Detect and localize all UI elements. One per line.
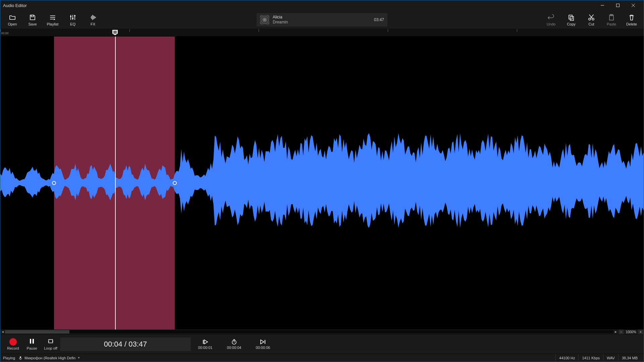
save-icon xyxy=(29,13,36,21)
playback-state: Playing xyxy=(3,356,15,360)
record-icon xyxy=(9,338,17,346)
audio-format: WAV xyxy=(603,354,618,362)
copy-label: Copy xyxy=(567,22,576,26)
file-size: 38,34 MB xyxy=(618,354,641,362)
mic-name: Микрофон (Realtek High Defin xyxy=(24,356,75,360)
stopwatch-icon xyxy=(231,339,237,345)
ruler-start-label: 00:00 xyxy=(1,32,9,35)
album-art-icon xyxy=(260,15,269,24)
eq-button[interactable]: EQ xyxy=(63,11,83,28)
loop-label: Loop off xyxy=(44,346,57,350)
play-end-icon xyxy=(260,339,266,345)
svg-point-14 xyxy=(74,15,75,16)
playhead-line[interactable] xyxy=(115,37,116,329)
main-toolbar: OpenSavePlaylistEQFX Alicia Dreamin 03:4… xyxy=(0,10,644,29)
selection-handle-end[interactable] xyxy=(173,181,177,185)
close-button[interactable] xyxy=(626,0,641,10)
zoom-out-button[interactable]: − xyxy=(619,329,624,334)
cut-icon xyxy=(588,13,595,21)
zoom-level: 1000% xyxy=(624,330,638,334)
save-label: Save xyxy=(28,22,37,26)
scroll-right-button[interactable]: ► xyxy=(613,329,618,334)
svg-rect-29 xyxy=(30,339,31,344)
title-bar: Audio Editor xyxy=(0,0,644,10)
now-playing-artist: Alicia xyxy=(273,15,371,19)
scrollbar-track[interactable] xyxy=(5,330,613,334)
svg-rect-22 xyxy=(570,16,574,20)
svg-marker-8 xyxy=(54,18,55,20)
sample-rate: 44100 Hz xyxy=(555,354,578,362)
svg-rect-4 xyxy=(31,15,34,17)
save-button[interactable]: Save xyxy=(22,11,43,28)
svg-rect-21 xyxy=(569,15,572,19)
close-icon xyxy=(632,4,635,7)
paste-button[interactable]: Paste xyxy=(601,11,622,28)
waveform-editor[interactable] xyxy=(0,37,644,329)
undo-label: Undo xyxy=(547,22,555,26)
open-button[interactable]: Open xyxy=(2,11,22,28)
fx-button[interactable]: FX xyxy=(83,11,103,28)
waveform-display xyxy=(0,37,644,329)
playlist-button[interactable]: Playlist xyxy=(43,11,63,28)
delete-label: Delete xyxy=(626,22,637,26)
svg-rect-30 xyxy=(33,339,34,344)
svg-marker-38 xyxy=(261,340,264,344)
undo-icon xyxy=(547,13,555,21)
svg-marker-34 xyxy=(204,340,208,344)
copy-button[interactable]: Copy xyxy=(561,11,581,28)
nav-sel-cur-button[interactable]: 00:00:04 xyxy=(220,336,249,353)
minimize-button[interactable] xyxy=(595,0,610,10)
maximize-icon xyxy=(616,4,620,7)
mic-selector[interactable]: Микрофон (Realtek High Defin ▼ xyxy=(15,356,84,360)
time-display: 00:04 / 03:47 xyxy=(60,338,191,351)
microphone-icon xyxy=(18,356,22,360)
timeline-ruler[interactable]: 00:00 xyxy=(0,29,644,37)
app-title: Audio Editor xyxy=(3,3,27,8)
svg-marker-31 xyxy=(48,341,49,342)
status-bar: Playing Микрофон (Realtek High Defin ▼ 4… xyxy=(0,354,644,362)
svg-marker-32 xyxy=(52,341,53,342)
svg-rect-1 xyxy=(616,4,620,7)
svg-point-13 xyxy=(72,18,73,19)
record-button[interactable]: Record xyxy=(4,336,22,353)
delete-button[interactable]: Delete xyxy=(622,11,642,28)
fx-label: FX xyxy=(91,22,95,26)
transport-bar: RecordPauseLoop off 00:04 / 03:47 00:00:… xyxy=(0,334,644,354)
eq-icon xyxy=(69,13,76,21)
pause-label: Pause xyxy=(26,346,37,350)
play-start-icon xyxy=(202,339,208,345)
nav-sel-start-button[interactable]: 00:00:01 xyxy=(191,336,220,353)
zoom-in-button[interactable]: + xyxy=(638,329,643,334)
scrollbar-thumb[interactable] xyxy=(5,330,69,334)
bitrate: 1411 Kbps xyxy=(578,354,603,362)
record-label: Record xyxy=(7,346,19,350)
nav-sel-start-label: 00:00:01 xyxy=(198,346,213,350)
nav-sel-cur-label: 00:00:04 xyxy=(227,346,241,350)
copy-icon xyxy=(568,13,575,21)
fx-icon xyxy=(89,13,97,21)
undo-button[interactable]: Undo xyxy=(541,11,561,28)
folder-icon xyxy=(9,13,16,21)
minimize-icon xyxy=(601,4,604,7)
cut-button[interactable]: Cut xyxy=(581,11,601,28)
now-playing-panel[interactable]: Alicia Dreamin 03:47 xyxy=(257,13,387,26)
delete-icon xyxy=(628,13,635,21)
horizontal-scrollbar: ◄ ► − 1000% + xyxy=(0,329,644,334)
paste-icon xyxy=(608,13,615,21)
svg-point-12 xyxy=(70,16,71,17)
nav-sel-end-label: 00:00:06 xyxy=(256,346,270,350)
cut-label: Cut xyxy=(588,22,594,26)
nav-sel-end-button[interactable]: 00:00:06 xyxy=(249,336,277,353)
selection-handle-start[interactable] xyxy=(52,181,56,185)
playlist-icon xyxy=(49,13,56,21)
open-label: Open xyxy=(8,22,17,26)
eq-label: EQ xyxy=(70,22,75,26)
loop-button[interactable]: Loop off xyxy=(41,336,60,353)
paste-label: Paste xyxy=(607,22,616,26)
scroll-left-button[interactable]: ◄ xyxy=(0,329,5,334)
playlist-label: Playlist xyxy=(47,22,59,26)
pause-button[interactable]: Pause xyxy=(22,336,41,353)
now-playing-duration: 03:47 xyxy=(374,17,384,22)
maximize-button[interactable] xyxy=(610,0,626,10)
playhead-marker-icon[interactable] xyxy=(112,30,118,35)
